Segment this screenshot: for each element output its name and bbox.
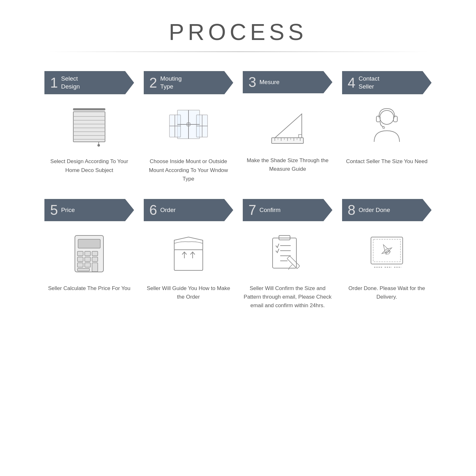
svg-rect-42 [85,257,90,261]
step-4-label: ContactSeller [359,75,379,90]
step-3: 3 Mesure M [243,71,333,183]
step-5: 5 Price [44,199,134,310]
step-8-icon [361,228,412,278]
step-5-label: Price [61,206,75,214]
page-title: PROCESS [169,19,307,45]
svg-point-10 [98,144,100,146]
delivery-icon [366,232,407,274]
step-8-banner: 8 Order Done [342,199,432,221]
svg-rect-52 [273,238,296,268]
step-6-icon [163,228,214,278]
step-7: 7 Confirm Seller Wi [243,199,333,310]
calculator-icon [69,232,110,274]
step-5-icon [64,228,115,278]
svg-line-60 [290,265,292,267]
contact-icon [366,105,407,147]
svg-rect-41 [77,257,83,261]
step-4-icon [361,101,412,151]
step-1-number: 1 [50,76,58,90]
step-1-desc: Select Design According To Your Home Dec… [44,157,134,174]
step-8-number: 8 [348,203,355,217]
step-2-number: 2 [149,76,157,90]
svg-rect-48 [174,250,203,270]
step-8-desc: Order Done. Please Wait for the Delivery… [342,284,432,301]
step-1-icon [64,101,115,151]
step-5-desc: Seller Calculate The Price For You [48,284,130,293]
step-8: 8 Order Done Order Don [342,199,432,310]
svg-rect-38 [77,251,83,256]
package-icon [168,232,209,274]
step-6-desc: Seller Will Guide You How to Make the Or… [144,284,234,301]
step-3-desc: Make the Shade Size Through the Measure … [243,156,333,173]
svg-rect-0 [73,109,105,110]
svg-marker-21 [273,114,302,139]
checklist-icon [267,232,308,274]
step-4: 4 ContactSeller Contact Seller The Si [342,71,432,183]
step-8-label: Order Done [359,206,390,214]
step-5-number: 5 [50,203,58,217]
svg-rect-43 [92,257,98,261]
step-3-label: Mesure [259,78,279,86]
step-2: 2 MoutingType [144,71,234,183]
step-4-number: 4 [348,76,355,90]
step-7-icon [262,228,313,278]
steps-grid: 1 SelectDesign Select Design Accordin [32,71,444,310]
step-7-banner: 7 Confirm [243,199,333,221]
step-5-banner: 5 Price [44,199,134,221]
divider [48,51,428,52]
svg-rect-46 [92,263,98,272]
step-3-icon [262,100,313,150]
step-4-desc: Contact Seller The Size You Need [346,157,427,166]
svg-rect-45 [85,263,90,267]
step-1-banner: 1 SelectDesign [44,71,134,94]
svg-rect-37 [78,239,100,248]
svg-rect-39 [85,251,90,256]
step-2-desc: Choose Inside Mount or Outside Mount Acc… [144,157,234,183]
step-7-number: 7 [248,203,256,217]
step-6: 6 Order [144,199,234,310]
step-1: 1 SelectDesign Select Design Accordin [44,71,134,183]
step-6-label: Order [160,206,176,214]
step-2-banner: 2 MoutingType [144,71,234,94]
svg-rect-40 [92,251,98,256]
step-3-banner: 3 Mesure [243,71,333,93]
svg-rect-58 [287,256,300,268]
measure-icon [267,104,308,146]
step-7-label: Confirm [259,206,281,214]
blind-icon [69,105,110,147]
step-1-label: SelectDesign [61,75,80,90]
step-2-label: MoutingType [160,75,182,90]
svg-rect-44 [77,263,83,267]
svg-rect-47 [77,268,89,271]
step-6-number: 6 [149,203,157,217]
step-7-desc: Seller Will Confirm the Size and Pattern… [243,284,333,310]
step-2-icon [163,101,214,151]
svg-point-32 [380,110,394,124]
window-icon [168,105,209,147]
step-6-banner: 6 Order [144,199,234,221]
step-4-banner: 4 ContactSeller [342,71,432,94]
step-3-number: 3 [248,75,256,89]
